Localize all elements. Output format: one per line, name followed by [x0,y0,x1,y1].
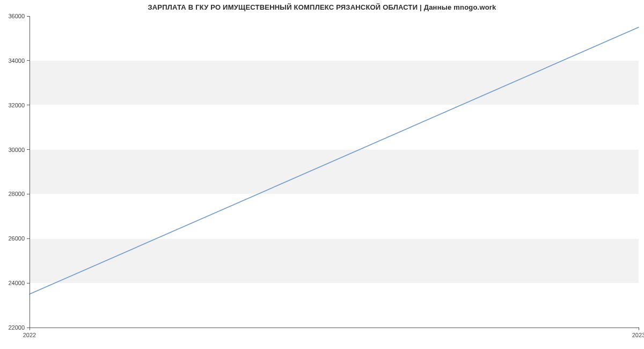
y-tick-label: 36000 [8,13,25,19]
x-tick-label: 2023 [632,332,644,338]
y-tick-label: 34000 [8,57,25,64]
y-tick-label: 24000 [8,280,25,286]
chart-svg: 2200024000260002800030000320003400036000… [0,0,644,349]
y-tick-label: 28000 [8,191,25,197]
plot-band [30,150,639,194]
x-tick-label: 2022 [23,332,36,338]
plot-band [30,238,639,283]
y-tick-label: 26000 [8,235,25,242]
y-tick-label: 30000 [8,147,25,153]
chart-container: ЗАРПЛАТА В ГКУ РО ИМУЩЕСТВЕННЫЙ КОМПЛЕКС… [0,0,644,349]
y-tick-label: 22000 [8,324,25,331]
y-tick-label: 32000 [8,102,25,108]
